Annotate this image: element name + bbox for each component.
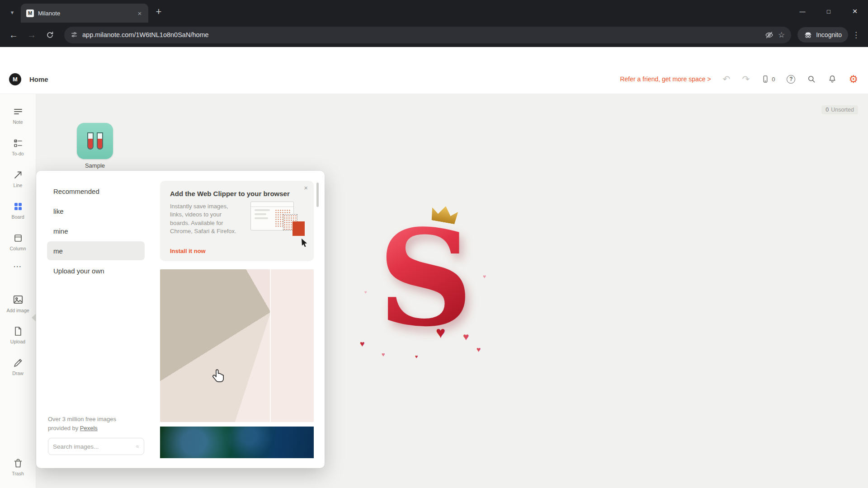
tool-label: Column xyxy=(9,246,26,251)
browser-menu-button[interactable]: ⋮ xyxy=(850,27,863,42)
popup-scrollbar[interactable] xyxy=(316,183,319,207)
heart-icon: ♥ xyxy=(364,290,367,295)
image-result-dark-foliage[interactable] xyxy=(160,427,314,458)
web-clipper-promo: × Add the Web Clipper to your browser In… xyxy=(160,181,314,261)
tool-column[interactable]: Column xyxy=(3,226,33,258)
tool-line[interactable]: Line xyxy=(3,163,33,194)
tool-trash[interactable]: Trash xyxy=(3,451,33,483)
test-tube-icon xyxy=(97,132,103,150)
eye-off-icon[interactable] xyxy=(765,31,774,39)
question-icon: ? xyxy=(789,76,793,82)
tool-board[interactable]: Board xyxy=(3,194,33,226)
todo-icon xyxy=(13,138,24,149)
heart-icon: ♥ xyxy=(476,346,481,353)
back-button[interactable]: ← xyxy=(5,27,22,43)
window-controls: — □ × xyxy=(789,0,868,23)
image-result-abstract-paper[interactable] xyxy=(160,269,314,422)
heart-icon: ♥ xyxy=(436,324,445,341)
forward-button[interactable]: → xyxy=(24,27,40,43)
search-button[interactable] xyxy=(807,75,816,84)
clipped-card-solid xyxy=(292,221,305,236)
tool-upload[interactable]: Upload xyxy=(3,319,33,351)
image-search-input[interactable] xyxy=(53,443,133,450)
notifications-button[interactable] xyxy=(828,75,837,84)
browser-tab[interactable]: M Milanote × xyxy=(21,4,148,23)
line-icon xyxy=(13,169,24,180)
mock-content-line xyxy=(255,209,270,211)
kebab-icon: ⋮ xyxy=(852,30,860,40)
milanote-logo[interactable]: M xyxy=(9,73,21,85)
pexels-line1: Over 3 million free images xyxy=(48,416,116,422)
undo-icon[interactable]: ↶ xyxy=(723,75,731,84)
search-icon xyxy=(807,75,816,84)
tab-title: Milanote xyxy=(38,10,132,17)
bookmark-star-icon[interactable]: ☆ xyxy=(778,30,785,40)
tab-close-icon[interactable]: × xyxy=(136,9,144,17)
close-icon: × xyxy=(852,6,857,16)
more-dots-icon: ⋯ xyxy=(13,261,23,272)
clipper-close-icon[interactable]: × xyxy=(304,184,308,192)
search-icon xyxy=(136,443,139,450)
clipper-install-link[interactable]: Install it now xyxy=(170,248,206,254)
category-recommended[interactable]: Recommended xyxy=(47,182,145,201)
browser-tabstrip: ▾ M Milanote × + — □ × xyxy=(0,0,868,23)
tool-todo[interactable]: To-do xyxy=(3,131,33,163)
reload-button[interactable] xyxy=(42,27,58,43)
upload-icon xyxy=(13,326,24,337)
site-info-icon[interactable] xyxy=(71,31,78,38)
letter-s-graphic: S xyxy=(355,211,495,346)
tool-label: Note xyxy=(13,119,23,125)
forward-icon: → xyxy=(27,30,36,40)
app-header: M Home Refer a friend, get more space > … xyxy=(0,47,868,94)
tool-label: Upload xyxy=(10,339,25,344)
pexels-link[interactable]: Pexels xyxy=(80,425,98,432)
tool-draw[interactable]: Draw xyxy=(3,351,33,382)
sample-board-card[interactable]: Sample xyxy=(71,123,118,169)
tool-label: Board xyxy=(11,214,24,220)
tool-add-image[interactable]: Add image xyxy=(3,287,33,319)
window-maximize-button[interactable]: □ xyxy=(816,0,842,23)
clipper-body: Instantly save images, links, videos to … xyxy=(170,202,241,236)
sample-board-thumbnail[interactable] xyxy=(77,123,113,159)
mobile-devices-button[interactable]: 0 xyxy=(761,75,775,84)
tool-more[interactable]: ⋯ xyxy=(3,258,33,274)
image-category-list: Recommended like mine me Upload your own xyxy=(47,182,145,281)
pencil-icon xyxy=(13,357,24,368)
back-icon: ← xyxy=(9,30,18,40)
mouse-cursor-hand xyxy=(212,369,226,386)
image-search-box[interactable] xyxy=(48,438,144,455)
url-bar[interactable]: app.milanote.com/1W6tNL1o8n0SaN/home ☆ xyxy=(64,27,791,43)
window-minimize-button[interactable]: — xyxy=(789,0,816,23)
reload-icon xyxy=(46,31,54,39)
decorative-letter-image[interactable]: S ♥ ♥ ♥ ♥ ♥ ♥ ♥ ♥ xyxy=(355,211,495,366)
category-like[interactable]: like xyxy=(47,202,145,221)
plus-icon: + xyxy=(156,6,162,18)
new-tab-button[interactable]: + xyxy=(152,5,165,19)
refer-friend-link[interactable]: Refer a friend, get more space > xyxy=(620,75,711,83)
category-upload-your-own[interactable]: Upload your own xyxy=(47,261,145,280)
minimize-icon: — xyxy=(800,8,806,15)
heart-icon: ♥ xyxy=(415,354,418,359)
unsorted-count: 0 xyxy=(826,107,829,113)
tool-label: Line xyxy=(14,183,23,188)
side-toolbar: Note To-do Line Board Column ⋯ xyxy=(0,94,36,488)
settings-button[interactable]: ⚙ xyxy=(849,74,858,84)
window-close-button[interactable]: × xyxy=(842,0,868,23)
chevron-down-icon: ▾ xyxy=(11,9,14,16)
redo-icon[interactable]: ↷ xyxy=(742,75,750,84)
unsorted-label: Unsorted xyxy=(831,107,854,113)
tool-note[interactable]: Note xyxy=(3,99,33,131)
test-tube-icon xyxy=(87,132,94,150)
unsorted-badge[interactable]: 0 Unsorted xyxy=(821,105,858,114)
tab-search-button[interactable]: ▾ xyxy=(5,5,20,20)
bell-icon xyxy=(828,75,837,84)
category-mine[interactable]: mine xyxy=(47,221,145,240)
category-me[interactable]: me xyxy=(47,241,145,260)
url-text[interactable]: app.milanote.com/1W6tNL1o8n0SaN/home xyxy=(82,31,760,38)
browser-addressbar: ← → app.milanote.com/1W6tNL1o8n0SaN/home… xyxy=(0,23,868,47)
pexels-attribution: Over 3 million free images provided by P… xyxy=(48,415,116,432)
note-icon xyxy=(13,106,24,117)
trash-icon xyxy=(13,458,24,469)
help-button[interactable]: ? xyxy=(787,75,795,84)
tool-label: Add image xyxy=(6,308,29,313)
